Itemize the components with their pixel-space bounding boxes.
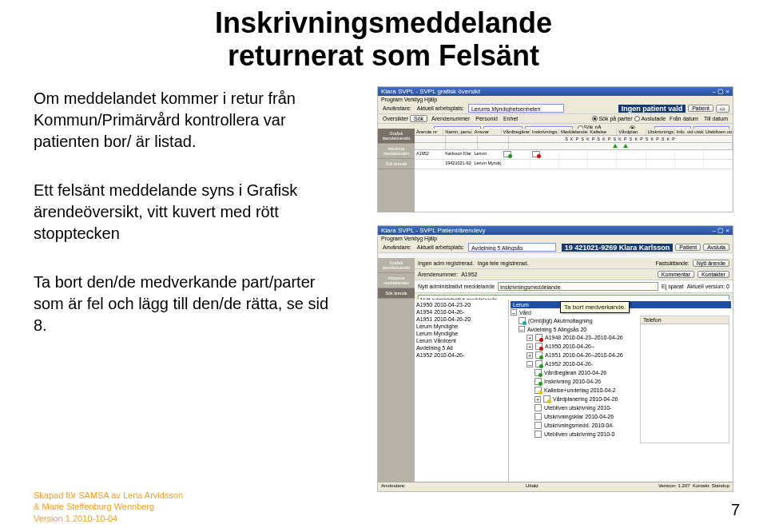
grid-letter-row: S K P S K P S K P S K P S K P S K P S K … bbox=[415, 136, 733, 143]
tree-row[interactable]: Inskrivning 2010-04-26 bbox=[511, 377, 634, 386]
message-type-field[interactable]: Inskrivningsmeddelande bbox=[498, 282, 658, 291]
envelope-stop-icon bbox=[535, 334, 542, 341]
adm-label: Ingen adm registrerad. bbox=[418, 260, 474, 266]
arbetsplats-label: Aktuell arbetsplats: bbox=[415, 244, 466, 250]
content-area: Ingen adm registrerad. Inga tele registr… bbox=[415, 258, 733, 482]
nytt-arende-button[interactable]: Nytt ärende bbox=[693, 260, 729, 267]
list-item[interactable]: Lerum Myndighe bbox=[416, 330, 507, 337]
paragraph-3: Ta bort den/de medverkande part/parter s… bbox=[34, 272, 337, 336]
tree-row[interactable]: Utebliven utskrivning 2010-0 bbox=[511, 430, 634, 439]
list-item[interactable]: A1954 2010-04-26- bbox=[416, 308, 507, 316]
anvandare-label: Användare: bbox=[381, 105, 413, 111]
sidebar-item-sok[interactable]: Sök ärende bbox=[378, 159, 415, 169]
doc-icon bbox=[535, 422, 542, 429]
tree-row[interactable]: Utskrivningsklar 2010-04-26 bbox=[511, 412, 634, 421]
window-title: Klara SVPL - SVPL Patient/ärendevy bbox=[381, 227, 486, 234]
oversikter-label: Översikter bbox=[381, 116, 407, 121]
body-text-column: Om meddelandet kommer i retur från Kommu… bbox=[34, 88, 337, 363]
tree-row[interactable]: Vårdbegäran 2010-04-26 bbox=[511, 368, 634, 377]
paragraph-2: Ett felsänt meddelande syns i Grafisk är… bbox=[34, 180, 337, 244]
screenshot-grafisk-oversikt: Klara SVPL - SVPL grafisk översikt – ▢ ×… bbox=[377, 86, 733, 212]
envelope-stop-icon bbox=[532, 151, 540, 157]
doc-icon bbox=[535, 431, 542, 438]
patient-banner: 19 421021-9269 Klara Karlsson bbox=[562, 244, 674, 252]
expand-icon[interactable]: – bbox=[527, 361, 533, 367]
window-menu: Program Verktyg Hjälp bbox=[378, 96, 733, 103]
patient-button[interactable]: Patient bbox=[688, 105, 713, 112]
sok-button[interactable]: Sök bbox=[410, 115, 427, 122]
radio-sok-parter[interactable]: Sök på parter bbox=[592, 116, 632, 122]
page-number: 7 bbox=[731, 501, 740, 519]
arbetsplats-field[interactable]: Avdelning 5 Alingsås bbox=[468, 243, 556, 252]
list-item[interactable]: Avdelning 5 Ali bbox=[416, 344, 507, 351]
personid-label: Personid bbox=[474, 116, 499, 121]
sidebar-item-inkomna[interactable]: Inkomna meddelanden bbox=[378, 273, 415, 288]
patient-button[interactable]: Patient bbox=[675, 244, 701, 251]
table-row[interactable]: A1952 Karlsson Klara Lerum bbox=[415, 150, 733, 160]
window-title: Klara SVPL - SVPL grafisk översikt bbox=[381, 88, 480, 95]
title-line-1: Inskrivningsmeddelande bbox=[0, 6, 767, 39]
kommentar-button[interactable]: Kommentar bbox=[658, 271, 694, 278]
arbetsplats-label: Aktuell arbetsplats: bbox=[415, 105, 466, 111]
expand-icon[interactable]: + bbox=[535, 396, 541, 403]
avsluta-button[interactable]: Avsluta bbox=[703, 244, 729, 251]
tree-row[interactable]: +A1951 2010-04-26–2010-04-26 bbox=[511, 351, 634, 359]
expand-icon[interactable]: – bbox=[511, 309, 517, 316]
tree-row[interactable]: Utskrivningsmedd. 2010-04- bbox=[511, 421, 634, 430]
paragraph-1: Om meddelandet kommer i retur från Kommu… bbox=[34, 88, 337, 153]
status-uttakt: Uttakt bbox=[526, 483, 538, 490]
tree-row[interactable]: –A1952 2010-04-26- bbox=[511, 359, 634, 368]
envelope-ok-icon bbox=[503, 151, 511, 157]
tree-row[interactable]: (Omöjligt) Akutmottagning bbox=[511, 316, 634, 325]
expand-icon[interactable]: + bbox=[527, 343, 533, 350]
window-titlebar: Klara SVPL - SVPL grafisk översikt – ▢ × bbox=[378, 87, 733, 96]
screenshot-patient-arendevy: Klara SVPL - SVPL Patient/ärendevy – ▢ ×… bbox=[377, 225, 733, 492]
doc-icon bbox=[543, 395, 550, 403]
arbetsplats-field[interactable]: Lerums Myndighetsenheten bbox=[468, 104, 564, 113]
list-item[interactable]: A1951 2010-04-26-20 bbox=[416, 316, 507, 323]
radio-avslutade[interactable]: Avslutade bbox=[634, 116, 666, 122]
info-row-1: Ingen adm registrerad. Inga tele registr… bbox=[415, 258, 733, 269]
right-pane: Lerum Ta bort medverkande. –Vård (Omöjli… bbox=[509, 300, 733, 482]
sidebar-item-grafisk[interactable]: Grafisk ärendeöversikt bbox=[378, 258, 415, 273]
expand-icon[interactable]: + bbox=[527, 335, 533, 341]
grid-header: Ärende nr Namn, personnummer Ansvar Vård… bbox=[415, 129, 733, 136]
title-line-2: returnerat som Felsänt bbox=[0, 39, 767, 72]
tree-row[interactable]: –Avdelning 5 Alingsås 20 bbox=[511, 325, 634, 333]
tree-row[interactable]: +A1948 2010-04-23–2010-04-26 bbox=[511, 333, 634, 342]
sidebar-item-grafisk[interactable]: Grafisk ärendeöversikt bbox=[378, 129, 415, 144]
arendenr-value: A1952 bbox=[461, 272, 477, 277]
tree-row[interactable]: Kallelse+underlag 2010-04-2 bbox=[511, 386, 634, 395]
page-footer: Skapad för SAMSA av Lena Arvidsson & Mar… bbox=[34, 490, 183, 524]
list-item[interactable]: Lerum Myndighe bbox=[416, 323, 507, 330]
table-row[interactable]: 19421021-9269 Lerum Myndighet bbox=[415, 160, 733, 169]
detail-table: Telefon bbox=[640, 316, 729, 443]
footer-line-3: Version 1 2010-10-04 bbox=[34, 513, 183, 524]
left-list: A1950 2010-04-23-20 A1954 2010-04-26- A1… bbox=[415, 300, 509, 482]
grid-icon-row bbox=[415, 143, 733, 150]
status-kontakt: Kontakt: Standup bbox=[693, 483, 729, 488]
list-item[interactable]: Lerum Vårdcent bbox=[416, 337, 507, 344]
status-anvandare: Användare: bbox=[381, 483, 406, 490]
fran-datum-label: Från datum bbox=[668, 116, 700, 121]
tooltip-ta-bort: Ta bort medverkande. bbox=[560, 301, 630, 313]
tree-row[interactable]: +A1950 2010-04-26– bbox=[511, 342, 634, 351]
tree-row[interactable]: Utebliven utskrivning 2010- bbox=[511, 403, 634, 412]
expand-icon[interactable]: + bbox=[527, 352, 533, 359]
list-item[interactable]: A1952 2010-04-26- bbox=[416, 351, 507, 359]
envelope-stop-icon bbox=[535, 343, 542, 350]
sidebar-item-sok[interactable]: Sök ärende bbox=[378, 288, 415, 299]
expand-icon[interactable]: – bbox=[519, 326, 525, 332]
footer-line-1: Skapad för SAMSA av Lena Arvidsson bbox=[34, 490, 183, 501]
footer-line-2: & Marie Steffenburg Wennberg bbox=[34, 501, 183, 512]
collapse-icon[interactable]: ▭ bbox=[716, 105, 729, 113]
window-controls-icon: – ▢ × bbox=[712, 227, 729, 234]
list-item[interactable]: A1950 2010-04-23-20 bbox=[416, 301, 507, 308]
no-patient-banner: Ingen patient vald bbox=[618, 105, 686, 113]
arrow-up-icon bbox=[613, 144, 618, 148]
till-datum-label: Till datum bbox=[702, 116, 729, 121]
tree-row[interactable]: +Vårdplanering 2010-04-26 bbox=[511, 395, 634, 403]
kontakter-button[interactable]: Kontakter bbox=[697, 271, 729, 278]
statusbar: Användare: Uttakt Verision: 1.207 Kontak… bbox=[378, 482, 733, 491]
sidebar-item-inkomna[interactable]: Inkomna meddelanden bbox=[378, 144, 415, 159]
